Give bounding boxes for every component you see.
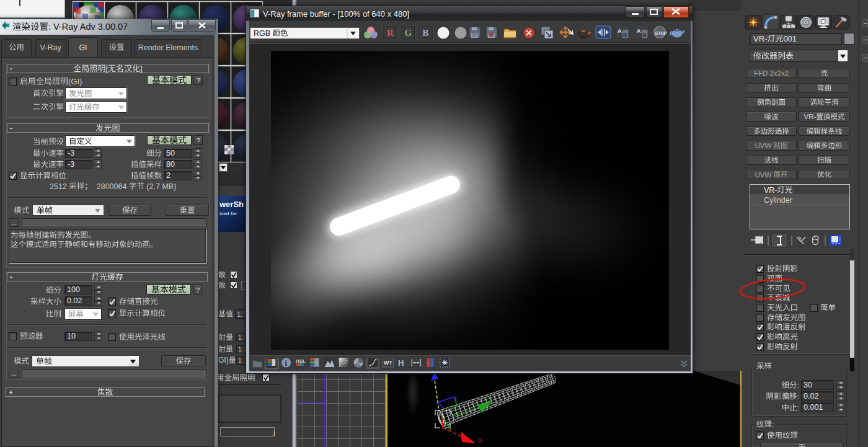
svg-text:R: R xyxy=(387,28,394,38)
svg-text:G: G xyxy=(405,28,412,38)
svg-text:B: B xyxy=(422,28,428,38)
svg-text:B: B xyxy=(642,32,647,38)
svg-text:A: A xyxy=(637,28,641,34)
svg-text:x: x xyxy=(478,436,482,445)
svg-text:WT: WT xyxy=(384,360,392,366)
svg-text:A: A xyxy=(618,28,622,34)
svg-text:B: B xyxy=(623,32,627,38)
svg-text:HSL: HSL xyxy=(296,358,306,364)
svg-text:H: H xyxy=(398,358,404,368)
svg-text:STOP: STOP xyxy=(655,31,667,35)
